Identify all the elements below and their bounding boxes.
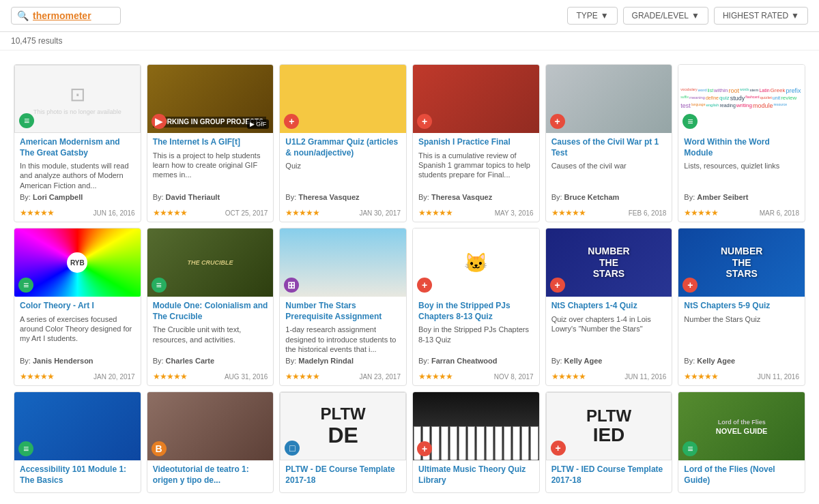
list-item: BVideotutorial de teatro 1: origen y tip… xyxy=(147,391,274,493)
card-footer: ★★★★★MAY 3, 2016 xyxy=(413,205,539,222)
list-item: +U1L2 Grammar Quiz (articles & noun/adje… xyxy=(279,64,407,222)
no-image-icon: ⊡ xyxy=(70,83,85,106)
card-date: OCT 25, 2017 xyxy=(225,209,268,217)
card-thumbnail: B xyxy=(147,392,274,460)
card-footer: ★★★★★FEB 6, 2018 xyxy=(546,205,672,222)
card-thumbnail: 🐱+ xyxy=(413,228,539,297)
card-description: Number the Stars Quiz xyxy=(684,314,799,354)
card-thumbnail: vocabulary word list within root words s… xyxy=(678,65,805,133)
card-footer: ★★★★★AUG 31, 2016 xyxy=(147,369,274,385)
card-title[interactable]: Lord of the Flies (Novel Guide) xyxy=(684,464,799,486)
card-date: FEB 6, 2018 xyxy=(629,209,667,217)
card-body: Module One: Colonialism and The Crucible… xyxy=(147,297,274,369)
resource-type-badge: ≡ xyxy=(18,278,33,293)
type-filter[interactable]: TYPE ▼ xyxy=(567,7,617,25)
card-title[interactable]: Spanish I Practice Final xyxy=(418,137,534,148)
card-title[interactable]: NtS Chapters 5-9 Quiz xyxy=(684,301,799,312)
card-author: By: Kelly Agee xyxy=(551,357,667,365)
rating-filter-icon: ▼ xyxy=(791,11,799,20)
list-item: vocabulary word list within root words s… xyxy=(678,64,805,222)
resource-type-badge: + xyxy=(417,114,432,129)
card-author: By: Amber Seibert xyxy=(684,193,799,201)
card-thumbnail: ≡ xyxy=(14,392,141,460)
card-thumbnail: ⊞ xyxy=(280,228,406,297)
card-body: Lord of the Flies (Novel Guide) xyxy=(678,460,805,492)
resource-type-badge: ≡ xyxy=(682,114,698,129)
card-body: PLTW - DE Course Template 2017-18 xyxy=(280,460,406,492)
card-date: NOV 8, 2017 xyxy=(494,373,534,381)
results-count: 10,475 results xyxy=(0,32,819,50)
list-item: ⊡This photo is no longer available≡Ameri… xyxy=(14,64,141,222)
card-description: In this module, students will read and a… xyxy=(20,161,135,190)
card-rating: ★★★★★ xyxy=(153,208,187,218)
list-item: ≡Accessibility 101 Module 1: The Basics xyxy=(14,391,141,493)
list-item: NUMBERTHESTARS+NtS Chapters 1-4 QuizQuiz… xyxy=(545,228,673,386)
card-body: Boy in the Stripped PJs Chapters 8-13 Qu… xyxy=(413,297,539,369)
card-body: NtS Chapters 1-4 QuizQuiz over chapters … xyxy=(546,297,672,369)
card-description: Quiz over chapters 1-4 in Lois Lowry's "… xyxy=(551,314,667,354)
card-rating: ★★★★★ xyxy=(684,372,718,381)
card-title[interactable]: Ultimate Music Theory Quiz Library xyxy=(418,464,534,486)
card-thumbnail: RYB≡ xyxy=(14,228,141,297)
card-thumbnail: + xyxy=(546,65,672,133)
card-title[interactable]: Videotutorial de teatro 1: origen y tipo… xyxy=(153,464,268,486)
card-date: MAY 3, 2016 xyxy=(495,209,534,217)
card-title[interactable]: The Internet Is A GIF[t] xyxy=(153,137,268,148)
card-title[interactable]: Word Within the Word Module xyxy=(684,137,799,158)
card-title[interactable]: Color Theory - Art I xyxy=(20,301,135,312)
list-item: 🐱+Boy in the Stripped PJs Chapters 8-13 … xyxy=(412,228,540,386)
card-body: Ultimate Music Theory Quiz Library xyxy=(413,460,539,492)
card-author: By: Farran Cheatwood xyxy=(418,357,534,365)
card-thumbnail: NUMBERTHESTARS+ xyxy=(678,228,805,297)
list-item: PLTWIED+PLTW - IED Course Template 2017-… xyxy=(545,391,673,493)
card-title[interactable]: U1L2 Grammar Quiz (articles & noun/adjec… xyxy=(285,137,401,158)
resource-type-badge: ≡ xyxy=(152,278,167,293)
card-title[interactable]: PLTW - DE Course Template 2017-18 xyxy=(285,464,401,486)
card-date: MAR 6, 2018 xyxy=(760,209,799,217)
grade-filter-label: GRADE/LEVEL xyxy=(632,11,689,20)
grade-filter[interactable]: GRADE/LEVEL ▼ xyxy=(623,7,708,25)
list-item: +Causes of the Civil War pt 1 TestCauses… xyxy=(545,64,673,222)
card-footer: ★★★★★JAN 30, 2017 xyxy=(280,205,406,222)
type-filter-label: TYPE xyxy=(576,11,597,20)
list-item: Lord of the FliesNOVEL GUIDE≡Lord of the… xyxy=(678,391,805,493)
card-rating: ★★★★★ xyxy=(551,372,586,381)
card-thumbnail: PLTWDE□ xyxy=(280,392,406,460)
card-footer: ★★★★★JUN 16, 2016 xyxy=(14,205,141,222)
card-rating: ★★★★★ xyxy=(418,208,452,218)
search-input[interactable] xyxy=(33,10,115,21)
card-title[interactable]: American Modernism and The Great Gatsby xyxy=(20,137,135,158)
card-rating: ★★★★★ xyxy=(20,372,54,381)
card-description: This is a project to help students learn… xyxy=(153,151,268,190)
type-filter-icon: ▼ xyxy=(601,11,609,20)
card-rating: ★★★★★ xyxy=(684,208,718,218)
card-title[interactable]: Accessibility 101 Module 1: The Basics xyxy=(20,464,135,486)
card-thumbnail: PLTWIED+ xyxy=(546,392,672,460)
card-title[interactable]: NtS Chapters 1-4 Quiz xyxy=(551,301,667,312)
card-title[interactable]: Boy in the Stripped PJs Chapters 8-13 Qu… xyxy=(418,301,534,322)
card-date: JAN 30, 2017 xyxy=(359,209,401,217)
resource-type-badge: + xyxy=(417,441,432,456)
card-footer: ★★★★★NOV 8, 2017 xyxy=(413,369,539,385)
card-description: Quiz xyxy=(285,161,401,190)
card-rating: ★★★★★ xyxy=(285,208,319,218)
list-item: NUMBERTHESTARS+NtS Chapters 5-9 QuizNumb… xyxy=(678,228,805,386)
card-body: Videotutorial de teatro 1: origen y tipo… xyxy=(147,460,274,492)
card-rating: ★★★★★ xyxy=(153,372,187,381)
card-body: Accessibility 101 Module 1: The Basics xyxy=(14,460,141,492)
card-body: American Modernism and The Great GatsbyI… xyxy=(14,133,141,205)
card-title[interactable]: Module One: Colonialism and The Crucible xyxy=(153,301,268,322)
card-thumbnail: NUMBERTHESTARS+ xyxy=(546,228,672,297)
rating-filter[interactable]: HIGHEST RATED ▼ xyxy=(714,7,808,25)
card-title[interactable]: PLTW - IED Course Template 2017-18 xyxy=(551,464,667,486)
card-author: By: David Theriault xyxy=(153,193,268,201)
card-thumbnail: + xyxy=(413,65,539,133)
card-title[interactable]: Number The Stars Prerequisite Assignment xyxy=(285,301,401,322)
list-item: +Ultimate Music Theory Quiz Library xyxy=(412,391,540,493)
card-body: The Internet Is A GIF[t]This is a projec… xyxy=(147,133,274,205)
card-title[interactable]: Causes of the Civil War pt 1 Test xyxy=(551,137,667,158)
resource-type-badge: □ xyxy=(285,441,300,456)
card-date: AUG 31, 2016 xyxy=(225,373,268,381)
resource-type-badge: ⊞ xyxy=(284,278,299,293)
card-body: Word Within the Word ModuleLists, resour… xyxy=(678,133,805,205)
